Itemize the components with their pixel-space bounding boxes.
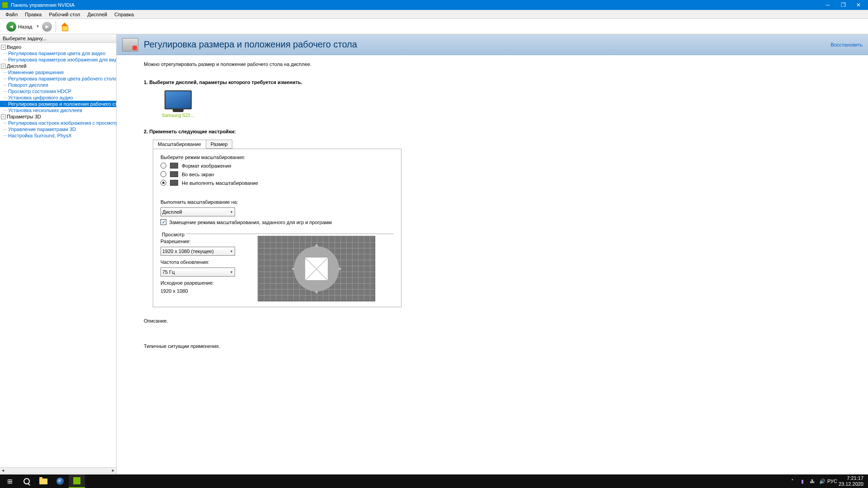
menu-help[interactable]: Справка — [111, 11, 137, 18]
windows-icon: ⊞ — [7, 478, 13, 485]
clock[interactable]: 7:21:17 23.12.2020 — [839, 475, 866, 487]
resolution-value: 868 x 488 (текущее) — [162, 249, 214, 254]
tray-network-icon[interactable]: 🖧 — [809, 478, 816, 485]
scale-mode-label: Выберите режим масштабирования: — [160, 155, 394, 160]
chevron-down-icon: ▼ — [230, 249, 233, 253]
resolution-select[interactable]: 868 x 488 (текущее) ▼ — [160, 247, 235, 256]
home-button[interactable] — [60, 22, 70, 32]
scroll-right-icon[interactable]: ► — [111, 468, 115, 473]
fullscreen-icon — [170, 171, 178, 177]
app-icon — [2, 2, 8, 8]
scroll-track[interactable] — [6, 468, 110, 474]
resolution-label: Разрешение: — [160, 239, 235, 244]
back-label: Назад — [18, 24, 33, 29]
menu-edit[interactable]: Правка — [21, 11, 45, 18]
tree-item[interactable]: Изменение разрешения — [0, 69, 116, 75]
tree-item[interactable]: Настройка Surround, PhysX — [0, 132, 116, 139]
tab-scaling[interactable]: Масштабирование — [153, 140, 206, 149]
menu-file[interactable]: Файл — [2, 11, 21, 18]
tree-item[interactable]: Управление параметрами 3D — [0, 126, 116, 132]
radio-noscale[interactable] — [160, 180, 166, 186]
tree-item[interactable]: Регулировка настроек изображения с просм… — [0, 120, 116, 126]
menu-desktop[interactable]: Рабочий стол — [45, 11, 84, 18]
collapse-icon[interactable]: − — [1, 64, 6, 69]
task-tree: −Видео Регулировка параметров цвета для … — [0, 43, 116, 467]
clock-date: 23.12.2020 — [839, 481, 863, 487]
menu-display[interactable]: Дисплей — [84, 11, 111, 18]
radio-aspect[interactable] — [160, 163, 166, 169]
monitor-icon — [165, 90, 192, 109]
tree-category-display[interactable]: −Дисплей — [0, 63, 116, 69]
tree-item[interactable]: Регулировка параметров цвета рабочего ст… — [0, 75, 116, 82]
chevron-down-icon: ▼ — [230, 270, 233, 274]
start-button[interactable]: ⊞ — [2, 474, 18, 488]
restore-defaults-link[interactable]: Восстановить — [831, 42, 863, 47]
scroll-left-icon[interactable]: ◄ — [1, 468, 5, 473]
tab-panel-scaling: Выберите режим масштабирования: Формат и… — [153, 149, 401, 307]
step2-header: 2. Применить следующие настройки: — [144, 129, 841, 134]
explorer-button[interactable] — [35, 474, 52, 488]
nvidia-icon — [73, 477, 80, 484]
back-dropdown[interactable]: ▼ — [36, 24, 40, 28]
tree-item[interactable]: Установка нескольких дисплеев — [0, 107, 116, 113]
tree-item[interactable]: Поворот дисплея — [0, 82, 116, 88]
collapse-icon[interactable]: − — [1, 45, 6, 50]
override-label: Замещение режима масштабирования, заданн… — [169, 220, 332, 225]
maximize-button[interactable]: ❐ — [835, 0, 851, 10]
tree-item[interactable]: Просмотр состояния HDCP — [0, 88, 116, 94]
back-button[interactable]: ◄ Назад — [4, 21, 35, 33]
search-button[interactable] — [19, 474, 35, 488]
perform-on-select[interactable]: Дисплей ▼ — [160, 207, 235, 216]
folder-icon — [39, 479, 47, 484]
refresh-value: 75 Гц — [162, 269, 175, 275]
chevron-down-icon: ▼ — [230, 210, 233, 214]
step1-header: 1. Выберите дисплей, параметры которого … — [144, 80, 841, 85]
browser-icon — [57, 478, 64, 485]
preview-image — [258, 236, 375, 301]
browser-button[interactable] — [52, 474, 68, 488]
perform-on-value: Дисплей — [162, 209, 182, 215]
tray-volume-icon[interactable]: 🔊 — [819, 478, 826, 485]
tab-size[interactable]: Размер — [206, 140, 233, 149]
tree-item-selected[interactable]: Регулировка размера и положения рабочего… — [0, 101, 116, 107]
clock-time: 7:21:17 — [839, 475, 863, 481]
scenarios-label: Типичные ситуации применения. — [144, 343, 841, 349]
noscale-icon — [170, 180, 178, 186]
refresh-select[interactable]: 75 Гц ▼ — [160, 267, 235, 277]
override-checkbox[interactable] — [160, 219, 166, 225]
refresh-label: Частота обновления: — [160, 259, 235, 265]
monitor-label: Samsung S22… — [162, 113, 195, 118]
intro-text: Можно отрегулировать размер и положение … — [144, 61, 841, 67]
nvidia-panel-button[interactable] — [69, 474, 85, 488]
page-icon — [122, 38, 138, 52]
forward-button[interactable]: ► — [42, 22, 52, 32]
tray-chevron-icon[interactable]: ˄ — [789, 478, 796, 485]
perform-on-label: Выполнить масштабирование на: — [160, 199, 394, 205]
tree-item[interactable]: Регулировка параметров цвета для видео — [0, 50, 116, 56]
display-selector[interactable]: Samsung S22… — [162, 90, 195, 118]
preview-label: Просмотр — [160, 232, 186, 237]
radio-noscale-label: Не выполнять масштабирование — [182, 180, 258, 186]
horizontal-scrollbar[interactable]: ◄ ► — [0, 467, 116, 473]
radio-aspect-label: Формат изображения — [182, 163, 231, 169]
collapse-icon[interactable]: − — [1, 114, 6, 119]
tray-app-icon[interactable]: ▮ — [799, 478, 806, 485]
search-icon — [24, 478, 30, 484]
close-button[interactable]: ✕ — [851, 0, 866, 10]
tree-item[interactable]: Установка цифрового аудио — [0, 94, 116, 101]
radio-fullscreen[interactable] — [160, 171, 166, 177]
native-res-value: 868 x 488 — [160, 288, 235, 294]
minimize-button[interactable]: ─ — [820, 0, 835, 10]
sidebar-header: Выберите задачу... — [0, 34, 116, 43]
toolbar-separator — [56, 21, 56, 32]
tree-item[interactable]: Регулировка параметров изображения для в… — [0, 56, 116, 63]
back-arrow-icon: ◄ — [6, 22, 16, 32]
radio-fullscreen-label: Во весь экран — [182, 172, 214, 177]
description-label: Описание. — [144, 318, 841, 324]
tree-category-video[interactable]: −Видео — [0, 44, 116, 50]
tree-category-3d[interactable]: −Параметры 3D — [0, 113, 116, 120]
page-title: Регулировка размера и положения рабочего… — [144, 39, 357, 50]
aspect-icon — [170, 163, 178, 169]
fieldset-line — [160, 234, 394, 234]
language-indicator[interactable]: РУС — [829, 478, 836, 485]
